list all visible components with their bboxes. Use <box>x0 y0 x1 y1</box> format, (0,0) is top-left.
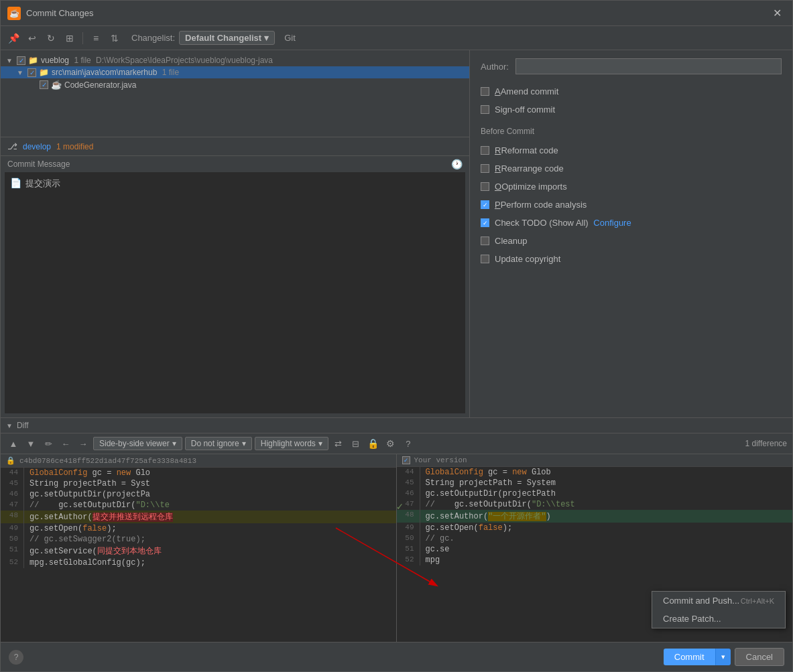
diff-line: 50 // gc. <box>397 533 793 544</box>
tree-subfolder-item[interactable]: ▼ 📁 src\main\java\com\markerhub 1 file <box>1 66 469 78</box>
cleanup-row: Cleanup <box>481 234 782 247</box>
perform-analysis-checkbox[interactable] <box>481 200 489 209</box>
tree-root-item[interactable]: ▼ 📁 vueblog 1 file D:\WorkSpace\IdeaProj… <box>1 54 469 66</box>
next-change-button[interactable]: → <box>76 436 90 451</box>
amend-commit-label: AAmend commit <box>495 86 558 96</box>
diff-toolbar: ▲ ▼ ✏ ← → Side-by-side viewer ▾ Do not i… <box>1 433 792 454</box>
viewer-dropdown[interactable]: Side-by-side viewer ▾ <box>93 437 182 450</box>
change-indicator: ✓ <box>397 500 404 513</box>
pin-button[interactable]: 📌 <box>6 31 21 46</box>
amend-commit-checkbox[interactable] <box>481 87 489 96</box>
diff-header: ▼ Diff <box>1 418 792 433</box>
main-window: ☕ Commit Changes ✕ 📌 ↩ ↻ ⊞ ≡ ⇅ Changelis… <box>0 0 793 672</box>
branch-name[interactable]: develop <box>23 142 51 151</box>
diff-right-header: Your version <box>397 454 793 467</box>
diff-line: 45 String projectPath = Syst <box>1 478 396 489</box>
rearrange-label: RRearrange code <box>495 163 564 174</box>
settings-button[interactable]: ⚙ <box>383 436 398 451</box>
root-checkbox[interactable] <box>17 56 25 65</box>
commit-split-button: Commit ▾ <box>664 649 731 665</box>
diff-line: 45 String projectPath = System <box>397 478 793 488</box>
cancel-button[interactable]: Cancel <box>735 648 784 666</box>
diff-line: 49 gc.setOpen(false); <box>1 523 396 534</box>
nav-down-button[interactable]: ▼ <box>23 436 38 451</box>
nav-up-button[interactable]: ▲ <box>6 436 21 451</box>
cleanup-label: Cleanup <box>495 236 527 246</box>
branch-icon: ⎇ <box>7 141 17 151</box>
perform-analysis-label: PPerform code analysis <box>495 200 587 210</box>
expand-arrow: ▼ <box>6 57 14 64</box>
check-todo-checkbox[interactable] <box>481 218 489 227</box>
prev-change-button[interactable]: ← <box>58 436 73 451</box>
diff-line-changed: 48 gc.setAuthor(提交并推送到远程仓库 <box>1 511 396 523</box>
lock-button[interactable]: 🔒 <box>366 436 381 451</box>
diff-left-hash: c4bd0786ce418ff522d1ad47f725afe3338a4813 <box>19 457 196 465</box>
author-input[interactable] <box>515 58 782 74</box>
commit-push-menu-item[interactable]: Commit and Push... Ctrl+Alt+K <box>652 592 785 610</box>
file-label: CodeGenerator.java <box>64 80 136 90</box>
file-checkbox[interactable] <box>40 80 48 89</box>
commit-message-input[interactable]: 📄 提交演示 <box>5 172 465 413</box>
refresh-button[interactable]: ↻ <box>44 31 58 46</box>
help-button[interactable]: ? <box>401 436 416 451</box>
separator <box>82 32 83 44</box>
perform-analysis-row: PPerform code analysis <box>481 198 782 211</box>
optimize-checkbox[interactable] <box>481 182 489 191</box>
configure-link[interactable]: Configure <box>593 218 631 228</box>
diff-count: 1 difference <box>745 439 788 448</box>
diff-line: 44 GlobalConfig gc = new Glo <box>1 468 396 478</box>
diff-line: 52 mpg.setGlobalConfig(gc); <box>1 557 396 568</box>
reformat-checkbox[interactable] <box>481 146 489 155</box>
commit-arrow-button[interactable]: ▾ <box>715 649 731 665</box>
sync-button[interactable]: ⇄ <box>331 436 346 451</box>
group-button[interactable]: ⊞ <box>62 31 77 46</box>
diff-line: 50 // gc.setSwagger2(true); <box>1 534 396 545</box>
create-patch-label: Create Patch... <box>663 614 721 624</box>
update-copyright-checkbox[interactable] <box>481 255 489 263</box>
root-label: vueblog 1 file D:\WorkSpace\IdeaProjects… <box>41 56 273 65</box>
title-bar-left: ☕ Commit Changes <box>7 7 93 20</box>
folder-icon: 📁 <box>28 56 38 65</box>
ignore-dropdown[interactable]: Do not ignore ▾ <box>185 437 252 450</box>
optimize-label: OOptimize imports <box>495 182 567 192</box>
commit-message-header: Commit Message 🕐 <box>1 156 469 172</box>
create-patch-menu-item[interactable]: Create Patch... <box>652 610 785 628</box>
diff-left-lines[interactable]: 44 GlobalConfig gc = new Glo 45 String p… <box>1 468 396 639</box>
sub-checkbox[interactable] <box>27 68 36 77</box>
rearrange-checkbox[interactable] <box>481 164 489 173</box>
tree-file-item[interactable]: ☕ CodeGenerator.java <box>1 78 469 91</box>
help-bottom-button[interactable]: ? <box>9 650 23 665</box>
sign-off-checkbox[interactable] <box>481 105 489 114</box>
modified-badge: 1 modified <box>56 142 93 151</box>
main-content: ▼ 📁 vueblog 1 file D:\WorkSpace\IdeaProj… <box>1 50 792 417</box>
collapse-button[interactable]: ≡ <box>88 31 103 46</box>
changelist-label: Changelist: <box>131 33 175 43</box>
cleanup-checkbox[interactable] <box>481 237 489 245</box>
commit-push-label: Commit and Push... <box>663 596 739 606</box>
right-panel-checkbox[interactable] <box>402 456 410 464</box>
diff-title: Diff <box>17 421 29 430</box>
left-panel: ▼ 📁 vueblog 1 file D:\WorkSpace\IdeaProj… <box>1 50 470 417</box>
side-by-side-button[interactable]: ⊟ <box>349 436 363 451</box>
diff-line: 44 GlobalConfig gc = new Glob <box>397 467 793 478</box>
commit-message-label: Commit Message <box>7 159 70 169</box>
diff-line: 46 gc.setOutputDir(projectPath <box>397 488 793 499</box>
diff-section: ▼ Diff ▲ ▼ ✏ ← → Side-by-side viewer ▾ D… <box>1 417 792 642</box>
commit-main-button[interactable]: Commit <box>664 649 715 665</box>
changelist-dropdown[interactable]: Default Changelist ▾ <box>179 31 275 45</box>
history-button[interactable]: 🕐 <box>451 159 463 170</box>
file-tree: ▼ 📁 vueblog 1 file D:\WorkSpace\IdeaProj… <box>1 50 469 137</box>
title-bar: ☕ Commit Changes ✕ <box>1 1 792 26</box>
diff-line: 47 // gc.setOutputDir("D:\\test <box>397 499 793 510</box>
edit-button[interactable]: ✏ <box>41 436 56 451</box>
check-todo-label: Check TODO (Show All) Configure <box>495 218 631 228</box>
amend-commit-row: AAmend commit <box>481 85 782 98</box>
diff-line: 46 gc.setOutputDir(projectPa <box>1 489 396 500</box>
rearrange-row: RRearrange code <box>481 162 782 175</box>
expand-button[interactable]: ⇅ <box>107 31 122 46</box>
diff-collapse-arrow[interactable]: ▼ <box>6 422 13 429</box>
undo-button[interactable]: ↩ <box>25 31 40 46</box>
optimize-row: OOptimize imports <box>481 180 782 193</box>
highlight-dropdown[interactable]: Highlight words ▾ <box>255 437 328 450</box>
close-button[interactable]: ✕ <box>769 5 786 21</box>
